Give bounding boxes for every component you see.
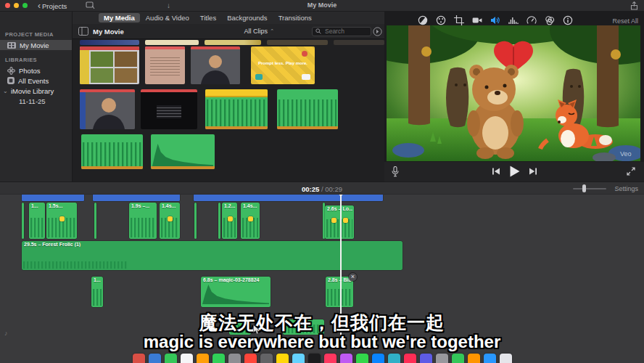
media-thumb-bear-grid[interactable]	[80, 46, 139, 84]
film-icon	[7, 42, 16, 49]
dock-app-icon[interactable]	[484, 354, 496, 363]
sidebar-item-photos[interactable]: Photos	[0, 65, 72, 76]
dock-app-icon[interactable]	[197, 354, 209, 363]
dock-app-icon[interactable]	[372, 354, 384, 363]
timeline-title-bar[interactable]	[194, 194, 383, 201]
timeline-audio-clip[interactable]: 1.9s –...	[129, 203, 157, 239]
color-correction-icon[interactable]	[418, 15, 428, 25]
media-browser-header: My Movie All Clips ⌃	[73, 24, 384, 39]
media-thumb-screen-recording[interactable]	[141, 89, 197, 129]
search-box[interactable]	[312, 27, 371, 36]
next-frame-icon[interactable]	[529, 167, 537, 176]
clip-filter-dropdown[interactable]: All Clips ⌃	[244, 28, 274, 35]
media-thumb-partial[interactable]	[267, 40, 328, 45]
clip-label: 1.9s –...	[131, 203, 155, 208]
timeline-audio-clip[interactable]: 1.4s...	[160, 203, 180, 239]
dock-app-icon[interactable]	[436, 354, 448, 363]
sidebar-item-all-events[interactable]: All Events	[0, 76, 72, 86]
timeline-audio-clip[interactable]: 1.5s...	[46, 203, 77, 239]
tab-backgrounds[interactable]: Backgrounds	[222, 13, 272, 23]
tab-my-media[interactable]: My Media	[99, 13, 140, 23]
dock-app-icon[interactable]	[228, 354, 241, 363]
tab-audio-video[interactable]: Audio & Video	[141, 13, 194, 23]
timeline-clip-sliver[interactable]	[218, 203, 220, 239]
previous-frame-icon[interactable]	[492, 167, 500, 176]
promo-thumb-text: Prompt less. Play more.	[257, 61, 309, 65]
stabilization-icon[interactable]	[472, 15, 482, 25]
timeline-audio-clip[interactable]: 1...	[91, 277, 103, 307]
timeline-audio-clip[interactable]: 6.8s – magic-03-278824	[201, 277, 271, 307]
dock-app-icon[interactable]	[308, 354, 321, 363]
dock-app-icon[interactable]	[324, 354, 337, 363]
reset-all-button[interactable]: Reset All	[612, 17, 638, 25]
timeline-title-bar[interactable]	[93, 194, 180, 201]
media-thumb-webcam-2[interactable]	[80, 89, 135, 129]
settings-button[interactable]: Settings	[614, 185, 638, 192]
dock[interactable]	[0, 354, 644, 363]
timeline-audio-clip[interactable]: 1...	[29, 203, 45, 239]
dock-app-icon[interactable]	[165, 354, 177, 363]
media-thumb-partial[interactable]	[334, 40, 384, 45]
dock-app-icon[interactable]	[500, 354, 512, 363]
timeline-audio-clip[interactable]: 2.8s – Bib...×	[326, 277, 353, 307]
timeline-title-bar[interactable]	[22, 194, 84, 201]
dock-app-icon[interactable]	[404, 354, 416, 363]
play-button-icon[interactable]	[509, 166, 520, 177]
dock-app-icon[interactable]	[468, 354, 480, 363]
sidebar-item-imovie-library[interactable]: ⌄iMovie Library	[0, 86, 72, 96]
zoom-slider-knob[interactable]	[582, 184, 586, 192]
share-icon[interactable]	[630, 1, 638, 10]
dock-app-icon[interactable]	[420, 354, 432, 363]
speed-icon[interactable]	[527, 15, 537, 25]
sidebar-toggle-icon[interactable]	[78, 27, 88, 36]
timeline-clip-sliver[interactable]	[194, 203, 197, 239]
media-thumb-audio-1[interactable]	[205, 89, 268, 129]
timeline-audio-clip[interactable]: 1.4s...	[241, 203, 260, 239]
clip-close-icon[interactable]: ×	[349, 273, 357, 281]
crop-icon[interactable]	[454, 15, 464, 25]
dock-app-icon[interactable]	[340, 354, 352, 363]
timeline-audio-clip[interactable]: 29.5s – Forest Frolic (1)	[22, 241, 402, 270]
color-palette-icon[interactable]	[436, 15, 446, 25]
media-thumb-audio-4[interactable]	[151, 134, 215, 169]
timeline-audio-clip[interactable]: 2.6s – Lo...	[325, 205, 354, 239]
media-thumb-document[interactable]	[145, 46, 185, 84]
dock-app-icon[interactable]	[452, 354, 464, 363]
tab-titles[interactable]: Titles	[195, 13, 221, 23]
waveform	[30, 218, 44, 238]
info-icon[interactable]	[563, 15, 573, 25]
timeline-clip-sliver[interactable]	[94, 203, 96, 239]
dock-app-icon[interactable]	[292, 354, 305, 363]
media-thumb-partial[interactable]	[205, 40, 261, 45]
sidebar-item-my-movie[interactable]: My Movie	[0, 40, 72, 50]
media-thumb-partial[interactable]	[80, 40, 139, 45]
dock-app-icon[interactable]	[388, 354, 400, 363]
dock-app-icon[interactable]	[356, 354, 368, 363]
dock-app-icon[interactable]	[260, 354, 273, 363]
timeline-zoom-slider[interactable]	[573, 188, 606, 189]
dock-app-icon[interactable]	[149, 354, 161, 363]
titlebar: ‹ Projects ↓ My Movie	[0, 0, 644, 12]
media-thumb-audio-2[interactable]	[277, 89, 338, 129]
sidebar-item-11-11-25[interactable]: 11-11-25	[0, 96, 72, 106]
dock-app-icon[interactable]	[276, 354, 289, 363]
appearance-menu-icon[interactable]	[373, 27, 382, 36]
media-thumb-webcam-1[interactable]	[191, 46, 240, 84]
video-preview[interactable]: Veo	[387, 25, 640, 161]
fullscreen-icon[interactable]	[627, 167, 635, 176]
media-thumb-audio-3[interactable]	[81, 134, 143, 169]
search-input[interactable]	[323, 27, 367, 36]
tab-transitions[interactable]: Transitions	[273, 13, 317, 23]
dock-app-icon[interactable]	[244, 354, 257, 363]
noise-reduction-icon[interactable]	[508, 15, 519, 25]
media-thumb-partial[interactable]	[145, 40, 199, 45]
timeline-audio-clip[interactable]: 1.2...	[222, 203, 237, 239]
volume-icon[interactable]	[490, 15, 500, 25]
media-thumb-promo[interactable]: Prompt less. Play more.	[251, 46, 315, 84]
clip-label: 29.5s – Forest Frolic (1)	[24, 242, 401, 247]
effects-icon[interactable]	[545, 15, 555, 25]
timeline-clip-sliver[interactable]	[22, 203, 24, 239]
dock-app-icon[interactable]	[212, 354, 225, 363]
dock-app-icon[interactable]	[181, 354, 193, 363]
dock-app-icon[interactable]	[133, 354, 145, 363]
